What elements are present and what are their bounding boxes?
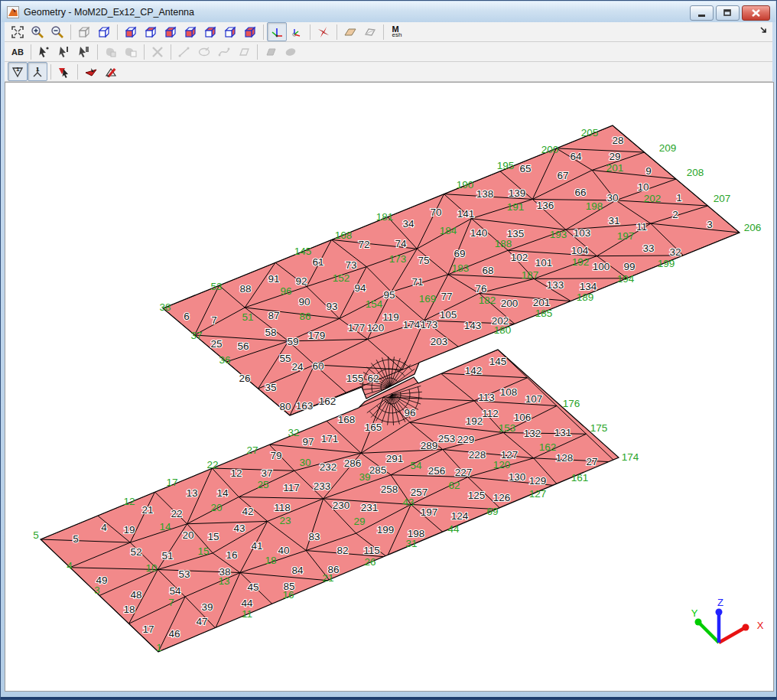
paste-shape-button[interactable] [121, 42, 141, 61]
titlebar[interactable]: Geometry - MoM2D_Ex12_CP_Antenna [2, 2, 775, 22]
mesh-tool-button[interactable]: Mesh [387, 22, 407, 41]
view-iso-button[interactable] [240, 22, 260, 41]
node-label: 36 [219, 354, 230, 366]
element-label: 118 [274, 502, 291, 513]
pick-triangle-button[interactable] [54, 62, 74, 81]
node-label: 39 [359, 471, 370, 483]
vertex-labels-toggle-button[interactable]: 1 [28, 62, 47, 81]
axis-x-label: X [757, 620, 764, 631]
node-label: 44 [447, 523, 460, 535]
toolbar-separator [383, 24, 384, 40]
wireplate-icon [363, 25, 377, 39]
vertex-labels-toggle-count: 1 [36, 66, 39, 73]
view-front-button[interactable] [121, 22, 141, 41]
restore-button[interactable] [716, 5, 740, 21]
select-face-button[interactable] [74, 42, 94, 61]
draw-ellipse-button[interactable] [194, 42, 214, 61]
fill-ellipse-button[interactable] [281, 42, 301, 61]
element-label: 5 [73, 533, 79, 545]
node-label: 188 [495, 238, 512, 249]
element-label: 130 [509, 471, 526, 483]
element-label: 76 [475, 283, 486, 295]
element-label: 101 [535, 257, 553, 269]
view-bottom-button[interactable] [220, 22, 240, 41]
fill-polygon-button[interactable] [261, 42, 281, 61]
element-label: 131 [554, 427, 572, 438]
node-label: 169 [419, 293, 437, 304]
node-label: 154 [366, 298, 383, 310]
element-label: 16 [226, 549, 237, 561]
cubeoutline-icon [97, 25, 111, 39]
delete-shape-button[interactable] [148, 42, 167, 61]
cube-wireframe-button[interactable] [74, 22, 94, 41]
node-label: 202 [644, 193, 662, 204]
element-label: 13 [186, 487, 197, 499]
line-icon [177, 45, 191, 59]
element-label: 33 [642, 243, 654, 254]
fliptri-icon [84, 65, 98, 79]
element-label: 1 [676, 192, 682, 203]
toolbar-overflow-chevron[interactable] [760, 27, 768, 34]
node-label: 181 [376, 211, 394, 223]
axis-x [719, 627, 746, 643]
zoom-out-button[interactable] [47, 22, 67, 41]
axes-origin-button[interactable] [287, 22, 307, 41]
cube7-icon [243, 25, 257, 39]
element-label: 77 [441, 291, 452, 302]
node-label: 182 [479, 295, 496, 306]
app-icon [7, 6, 19, 18]
element-label: 62 [367, 373, 379, 384]
element-label: 94 [354, 282, 366, 294]
view-left-button[interactable] [161, 22, 180, 41]
cube-outline-button[interactable] [94, 22, 114, 41]
cube6-icon [223, 25, 237, 39]
wire-plate-button[interactable] [360, 22, 380, 41]
element-label: 88 [239, 283, 251, 295]
element-label: 37 [261, 467, 272, 479]
element-label: 6 [184, 311, 190, 322]
element-label: 51 [161, 550, 173, 562]
element-label: 31 [608, 215, 619, 226]
view-toolbar: Mesh [5, 22, 772, 42]
flip-triangle-button[interactable] [81, 62, 101, 81]
element-label: 61 [312, 256, 323, 268]
view-back-button[interactable] [141, 22, 161, 41]
geometry-canvas[interactable]: 6725562635889192618758595524608016316215… [5, 82, 774, 692]
draw-curve-button[interactable] [214, 42, 234, 61]
select-edge-button[interactable] [54, 42, 74, 61]
element-label: 42 [242, 506, 253, 517]
edit-triangle-button[interactable] [101, 62, 121, 81]
close-button[interactable] [742, 5, 770, 21]
minimize-button[interactable] [690, 5, 714, 21]
element-label: 56 [237, 340, 249, 352]
node-label: 13 [218, 575, 229, 587]
node-label: 180 [494, 324, 512, 336]
draw-line-button[interactable] [174, 42, 194, 61]
element-label: 285 [369, 464, 387, 476]
element-label: 128 [556, 452, 574, 464]
element-label: 99 [623, 261, 635, 272]
zoom-in-button[interactable] [28, 22, 47, 41]
mesh-icon: Mesh [392, 26, 402, 38]
flat-plate-button[interactable] [340, 22, 360, 41]
node-label: 198 [586, 200, 603, 212]
spin-view-button[interactable] [314, 22, 333, 41]
view-right-button[interactable] [180, 22, 200, 41]
annotate-button[interactable]: AB [8, 42, 28, 61]
node-label: 96 [280, 285, 291, 297]
geometry-scene[interactable]: 6725562635889192618758595524608016316215… [5, 83, 773, 691]
element-label: 55 [279, 353, 291, 364]
draw-polygon-button[interactable] [234, 42, 254, 61]
cursorface-icon [77, 45, 91, 59]
element-label: 125 [468, 490, 486, 501]
copy-shape-button[interactable] [101, 42, 121, 61]
axes-toggle-button[interactable] [267, 22, 287, 41]
node-label: 51 [242, 311, 253, 323]
select-vertex-button[interactable] [34, 42, 54, 61]
view-top-button[interactable] [200, 22, 220, 41]
triangle-labels-toggle-button[interactable]: 1 [8, 62, 28, 81]
fit-view-button[interactable] [8, 22, 28, 41]
element-label: 112 [482, 408, 499, 419]
node-label: 53 [210, 281, 222, 292]
node-label: 37 [190, 330, 202, 341]
